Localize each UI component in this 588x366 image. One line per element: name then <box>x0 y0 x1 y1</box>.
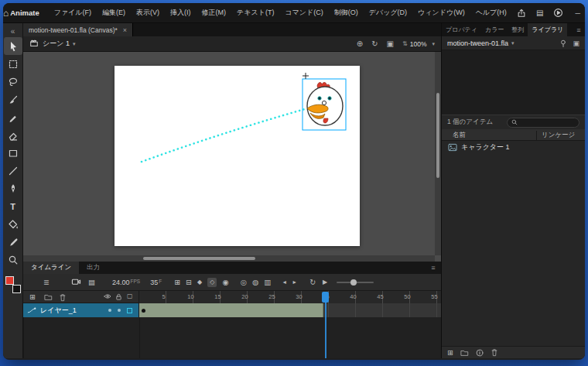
add-camera-icon[interactable] <box>71 277 81 288</box>
show-hide-all-layers-icon[interactable] <box>104 293 111 301</box>
keyframe-dot[interactable] <box>142 309 145 313</box>
timeline-zoom-slider[interactable] <box>337 282 374 283</box>
menu-help[interactable]: ヘルプ(H) <box>470 3 512 22</box>
frame-ruler[interactable]: 5 10 15 20 25 30 35 40 45 50 55 <box>138 291 441 303</box>
motion-path[interactable] <box>142 109 305 162</box>
layer-name[interactable]: レイヤー_1 <box>40 306 77 316</box>
library-document-name[interactable]: motion-tween-01.fla <box>447 39 508 47</box>
tab-timeline[interactable]: タイムライン <box>23 262 79 274</box>
tab-properties[interactable]: プロパティ <box>442 23 481 36</box>
center-point-icon[interactable] <box>322 101 326 104</box>
menu-debug[interactable]: デバッグ(D) <box>364 3 412 22</box>
onion-skin-icon[interactable]: ◎ <box>241 279 247 286</box>
eraser-tool[interactable] <box>4 126 22 144</box>
timeline-zoom-knob[interactable] <box>350 279 357 286</box>
eyedropper-tool[interactable] <box>4 233 22 251</box>
timeline-empty-area[interactable] <box>23 317 441 358</box>
rotate-stage-icon[interactable]: ↻ <box>371 39 378 48</box>
column-linkage[interactable]: リンケージ <box>536 131 575 140</box>
zoom-caret-icon[interactable]: ▾ <box>432 41 435 47</box>
minimize-button[interactable]: ─ <box>568 3 585 23</box>
center-stage-icon[interactable]: ⊕ <box>357 39 363 48</box>
collapse-tools-button[interactable]: « <box>4 25 22 37</box>
library-document-caret-icon[interactable]: ▾ <box>511 40 514 46</box>
library-search[interactable] <box>507 118 579 128</box>
lasso-tool[interactable] <box>4 73 22 91</box>
horizontal-scroll-thumb[interactable] <box>143 257 255 260</box>
vertical-scroll-thumb[interactable] <box>436 93 439 178</box>
outline-all-layers-icon[interactable]: ▢ <box>127 293 133 299</box>
new-layer-icon[interactable]: ⊞ <box>29 293 36 301</box>
library-search-input[interactable] <box>521 119 575 126</box>
transform-point-icon[interactable] <box>303 73 309 79</box>
layer-name-cell[interactable]: レイヤー_1 <box>23 303 138 317</box>
paint-bucket-tool[interactable] <box>4 215 22 233</box>
edit-multiple-frames-icon[interactable]: ▥ <box>264 279 271 286</box>
layer-row[interactable]: レイヤー_1 <box>23 303 441 317</box>
delete-layer-icon[interactable] <box>59 293 67 303</box>
new-symbol-icon[interactable]: ⊞ <box>447 349 453 357</box>
home-icon[interactable]: ⌂ <box>3 3 9 22</box>
remove-frame-icon[interactable]: ⊟ <box>186 279 192 286</box>
delete-item-icon[interactable] <box>491 348 498 357</box>
column-name[interactable]: 名前 <box>453 131 466 140</box>
pen-tool[interactable] <box>4 180 22 197</box>
library-item[interactable]: キャラクター 1 <box>442 141 585 154</box>
insert-frame-icon[interactable]: ⊞ <box>174 279 180 286</box>
vertical-scrollbar[interactable] <box>435 52 441 255</box>
new-library-panel-icon[interactable]: ▣ <box>573 39 579 47</box>
line-tool[interactable] <box>4 162 22 180</box>
text-tool[interactable]: T <box>4 197 22 215</box>
panel-menu-icon[interactable]: ≡ <box>573 23 585 36</box>
menu-control[interactable]: 制御(O) <box>329 3 364 22</box>
layer-parenting-icon[interactable]: ≣ <box>43 279 50 286</box>
classic-brush-tool[interactable] <box>4 108 22 126</box>
onion-skin-outline-icon[interactable]: ◍ <box>252 279 258 286</box>
insert-keyframe-icon[interactable]: ◆ <box>197 279 202 286</box>
prev-keyframe-icon[interactable]: ◄ <box>282 279 287 285</box>
rectangle-tool[interactable] <box>4 144 22 162</box>
horizontal-scrollbar[interactable] <box>23 255 435 262</box>
loop-playback-icon[interactable]: ↻ <box>309 279 316 286</box>
menu-insert[interactable]: 挿入(I) <box>165 3 197 22</box>
stroke-color-swatch[interactable] <box>5 276 14 285</box>
tab-color[interactable]: カラー <box>481 23 508 36</box>
next-keyframe-icon[interactable]: ► <box>292 279 297 285</box>
stage[interactable] <box>115 66 360 246</box>
zoom-stepper-icon[interactable]: ⇅ <box>402 40 408 47</box>
selection-tool[interactable] <box>4 37 22 55</box>
menu-edit[interactable]: 編集(E) <box>97 3 131 22</box>
pin-document-icon[interactable] <box>559 39 567 47</box>
tab-close-icon[interactable]: × <box>123 26 127 34</box>
workspace-icon[interactable]: ▤ <box>531 3 549 23</box>
layer-frames[interactable] <box>138 303 441 317</box>
share-icon[interactable] <box>512 3 531 23</box>
lock-all-layers-icon[interactable] <box>115 293 122 303</box>
fluid-brush-tool[interactable] <box>4 91 22 108</box>
menu-window[interactable]: ウィンドウ(W) <box>412 3 470 22</box>
scene-breadcrumb[interactable]: シーン 1 <box>43 39 70 49</box>
play-circle-icon[interactable] <box>549 3 568 23</box>
library-new-folder-icon[interactable] <box>460 349 469 357</box>
menu-modify[interactable]: 修正(M) <box>197 3 232 22</box>
menu-text[interactable]: テキスト(T) <box>231 3 279 22</box>
layer-visibility-toggle[interactable] <box>108 309 111 312</box>
motion-tween-span[interactable] <box>139 303 323 317</box>
tab-output[interactable]: 出力 <box>79 262 108 274</box>
menu-file[interactable]: ファイル(F) <box>49 3 97 22</box>
tab-align[interactable]: 整列 <box>508 23 528 36</box>
menu-view[interactable]: 表示(V) <box>131 3 165 22</box>
timeline-panel-menu-icon[interactable]: ≡ <box>426 262 441 274</box>
menu-commands[interactable]: コマンド(C) <box>279 3 328 22</box>
canvas-pasteboard[interactable] <box>23 52 441 262</box>
playhead[interactable] <box>322 292 329 303</box>
item-properties-icon[interactable] <box>476 349 484 357</box>
scene-caret-icon[interactable]: ▾ <box>73 41 76 47</box>
play-button[interactable]: ▶ <box>323 279 327 286</box>
document-tab[interactable]: motion-tween-01.fla (Canvas)* × <box>23 23 133 36</box>
free-transform-tool[interactable] <box>4 55 22 73</box>
insert-blank-keyframe-icon[interactable]: ◇ <box>207 278 217 287</box>
zoom-value[interactable]: 100% <box>410 40 427 48</box>
layer-outline-color[interactable] <box>127 308 132 313</box>
auto-keyframe-icon[interactable]: ◉ <box>222 279 228 286</box>
